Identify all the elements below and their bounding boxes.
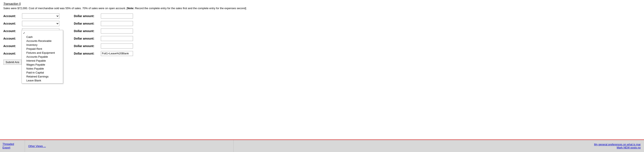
dollar-label-1: Dollar amount:: [74, 14, 99, 18]
preferences-link[interactable]: My general preferences on what is mar: [594, 143, 641, 146]
note-bold: Note:: [128, 7, 134, 10]
dollar-label-2: Dollar amount:: [74, 22, 99, 25]
dropdown-item-accounts-receivable[interactable]: Accounts Receivable: [22, 39, 63, 43]
submit-row: Submit Ans 3 Previous Tries: [3, 59, 641, 65]
dropdown-item-prepaid-rent[interactable]: Prepaid Rent: [22, 47, 63, 51]
account-select-2[interactable]: Cash Accounts Receivable Inventory Prepa…: [22, 21, 59, 26]
account-dropdown-open: ✓ Cash Accounts Receivable Inventory Pre…: [22, 30, 63, 84]
form-row-4: Account: Cash Accounts Receivable Invent…: [3, 36, 641, 41]
dropdown-item-fixtures[interactable]: Fixtures and Equipment: [22, 51, 63, 55]
submit-button[interactable]: Submit Ans: [3, 59, 22, 65]
transaction-title-text: Transaction 5: [3, 2, 21, 6]
transaction-title: Transaction 5: [3, 2, 641, 6]
dropdown-item-leave-blank[interactable]: Leave Blank: [22, 79, 63, 83]
other-views-link[interactable]: Other Views ...: [28, 144, 46, 148]
account-label-1: Account:: [3, 14, 20, 18]
dollar-label-3: Dollar amount:: [74, 29, 99, 33]
account-select-1[interactable]: Cash Accounts Receivable Inventory Prepa…: [22, 13, 59, 19]
dollar-input-6[interactable]: [101, 51, 133, 56]
dropdown-item-paid-in-capital[interactable]: Paid-in Capital: [22, 70, 63, 74]
form-row-3: Account: Cash Accounts Receivable Invent…: [3, 28, 641, 34]
form-rows: Account: Cash Accounts Receivable Invent…: [3, 13, 641, 56]
mark-new-link[interactable]: Mark NEW posts no: [616, 146, 641, 149]
dropdown-item-accounts-payable[interactable]: Accounts Payable: [22, 55, 63, 59]
account-label-4: Account:: [3, 37, 20, 40]
account-label-2: Account:: [3, 22, 20, 25]
account-label-5: Account:: [3, 44, 20, 48]
dollar-input-2[interactable]: [101, 21, 133, 26]
bottom-right-section: My general preferences on what is mar Ma…: [234, 140, 644, 152]
bottom-middle-section: Other Views ...: [25, 140, 234, 152]
dropdown-item-retained-earnings[interactable]: Retained Earnings: [22, 74, 63, 79]
dollar-label-6: Dollar amount:: [74, 52, 99, 55]
bottom-bar: Threaded Export Other Views ... My gener…: [0, 139, 644, 152]
transaction-description: Sales were $72,000. Cost of merchandise …: [3, 6, 641, 11]
dollar-input-4[interactable]: [101, 36, 133, 41]
form-row-1: Account: Cash Accounts Receivable Invent…: [3, 13, 641, 19]
note-rest: Record the complete entry for the sales …: [134, 7, 246, 10]
dropdown-item-interest-payable[interactable]: Interest Payable: [22, 59, 63, 63]
form-row-2: Account: Cash Accounts Receivable Invent…: [3, 21, 641, 26]
dollar-label-5: Dollar amount:: [74, 44, 99, 48]
dropdown-item-cash[interactable]: Cash: [22, 35, 63, 39]
export-link[interactable]: Export: [2, 146, 22, 149]
dropdown-check-row: ✓: [22, 31, 63, 35]
dollar-input-1[interactable]: [101, 14, 133, 19]
account-label-6: Account:: [3, 52, 20, 55]
form-row-5: Account: Cash Accounts Receivable Invent…: [3, 43, 641, 49]
threaded-link[interactable]: Threaded: [2, 142, 22, 145]
dropdown-item-wages-payable[interactable]: Wages Payable: [22, 63, 63, 67]
dropdown-item-inventory[interactable]: Inventory: [22, 43, 63, 47]
account-label-3: Account:: [3, 29, 20, 33]
form-row-6: Account: Cash Accounts Receivable Invent…: [3, 51, 641, 56]
page-wrapper: Transaction 5 Sales were $72,000. Cost o…: [0, 0, 644, 152]
dropdown-item-notes-payable[interactable]: Notes Payable: [22, 67, 63, 70]
dollar-input-5[interactable]: [101, 43, 133, 48]
desc-text: Sales were $72,000. Cost of merchandise …: [3, 7, 128, 10]
dollar-input-3[interactable]: [101, 29, 133, 34]
dollar-label-4: Dollar amount:: [74, 37, 99, 40]
checkmark-icon: ✓: [23, 31, 26, 35]
bottom-left-section: Threaded Export: [0, 140, 25, 152]
